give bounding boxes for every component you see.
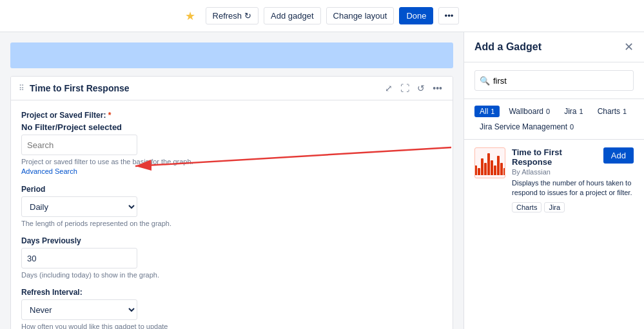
gadget-info: Time to First Response By Atlassian: [512, 147, 603, 178]
refresh-gadget-icon[interactable]: ↺: [415, 82, 427, 95]
gadget-header: ⠿ Time to First Response ⤢ ⛶ ↺ •••: [11, 77, 453, 100]
star-icon: ★: [185, 9, 195, 23]
gadget-menu-icon[interactable]: •••: [430, 82, 445, 95]
days-group: Days Previously Days (including today) t…: [21, 236, 442, 279]
period-help: The length of periods represented on the…: [21, 220, 442, 227]
refresh-interval-select[interactable]: Never: [21, 299, 137, 320]
filter-selected-text: No Filter/Project selected: [21, 122, 442, 132]
change-layout-button[interactable]: Change layout: [326, 7, 395, 24]
days-input[interactable]: [21, 248, 137, 268]
add-gadget-panel-button[interactable]: Add: [603, 147, 634, 164]
refresh-icon: ↻: [244, 11, 251, 21]
panel-content: Time to First Response By Atlassian Add …: [464, 140, 644, 329]
filter-wallboard[interactable]: Wallboard 0: [503, 106, 555, 117]
filter-charts[interactable]: Charts 1: [592, 106, 632, 117]
drag-handle-icon[interactable]: ⠿: [19, 84, 24, 93]
days-help: Days (including today) to show in the gr…: [21, 271, 442, 279]
gadget-info-author: By Atlassian: [512, 168, 603, 176]
refresh-interval-group: Refresh Interval: Never How often you wo…: [21, 288, 442, 329]
filter-help-text: Project or saved filter to use as the ba…: [21, 158, 442, 165]
refresh-interval-label: Refresh Interval:: [21, 288, 442, 297]
filter-all[interactable]: All 1: [474, 106, 500, 117]
period-group: Period Daily The length of periods repre…: [21, 185, 442, 227]
toolbar: ★ Refresh ↻ Add gadget Change layout Don…: [0, 0, 644, 32]
gadget-actions: ⤢ ⛶ ↺ •••: [382, 82, 445, 95]
gadget-item-right: Time to First Response By Atlassian Add …: [512, 147, 634, 212]
refresh-help: How often you would like this gadget to …: [21, 323, 442, 329]
add-gadget-label: Add gadget: [271, 11, 314, 21]
main-area: ⠿ Time to First Response ⤢ ⛶ ↺ ••• Proje…: [0, 32, 644, 329]
right-panel: Add a Gadget ✕ 🔍 All 1 Wallboard 0 Jira …: [463, 32, 644, 329]
panel-search-wrap: 🔍: [464, 62, 644, 99]
panel-header: Add a Gadget ✕: [464, 32, 644, 62]
required-marker: *: [108, 111, 112, 120]
mini-chart: [474, 152, 505, 175]
gadget-body: Project or Saved Filter: * No Filter/Pro…: [11, 100, 453, 329]
tag-charts: Charts: [512, 202, 542, 212]
gadget-info-desc: Displays the number of hours taken to re…: [512, 178, 634, 198]
gadget-card: ⠿ Time to First Response ⤢ ⛶ ↺ ••• Proje…: [10, 76, 453, 329]
panel-search-input[interactable]: [474, 70, 634, 91]
more-button[interactable]: •••: [438, 7, 459, 24]
project-filter-group: Project or Saved Filter: * No Filter/Pro…: [21, 111, 442, 176]
filter-jira[interactable]: Jira 1: [559, 106, 588, 117]
gadget-info-name: Time to First Response: [512, 147, 603, 167]
refresh-button[interactable]: Refresh ↻: [206, 7, 259, 24]
panel-filters: All 1 Wallboard 0 Jira 1 Charts 1 Jira S…: [464, 99, 644, 140]
gadget-thumbnail: [474, 147, 505, 178]
dashboard-wrapper: ⠿ Time to First Response ⤢ ⛶ ↺ ••• Proje…: [0, 32, 463, 329]
change-layout-label: Change layout: [333, 11, 387, 21]
days-label: Days Previously: [21, 236, 442, 245]
expand-icon[interactable]: ⤢: [382, 82, 395, 95]
gadget-item: Time to First Response By Atlassian Add …: [474, 147, 634, 212]
dashboard-banner: [10, 42, 453, 68]
dashboard: ⠿ Time to First Response ⤢ ⛶ ↺ ••• Proje…: [0, 32, 463, 329]
add-gadget-button[interactable]: Add gadget: [264, 7, 321, 24]
gadget-title: Time to First Response: [30, 83, 377, 93]
period-select[interactable]: Daily: [21, 196, 137, 217]
period-label: Period: [21, 185, 442, 194]
fullscreen-icon[interactable]: ⛶: [398, 82, 412, 95]
gadget-tags: Charts Jira: [512, 202, 634, 212]
panel-title: Add a Gadget: [474, 41, 542, 53]
refresh-label: Refresh: [213, 11, 242, 21]
search-input[interactable]: [21, 135, 137, 155]
done-button[interactable]: Done: [399, 7, 433, 24]
done-label: Done: [406, 11, 426, 21]
filter-jsm[interactable]: Jira Service Management 0: [474, 121, 579, 133]
more-icon: •••: [444, 11, 453, 21]
tag-jira: Jira: [544, 202, 565, 212]
project-filter-label: Project or Saved Filter: *: [21, 111, 442, 120]
advanced-search-link[interactable]: Advanced Search: [21, 167, 77, 175]
panel-close-button[interactable]: ✕: [624, 41, 634, 53]
